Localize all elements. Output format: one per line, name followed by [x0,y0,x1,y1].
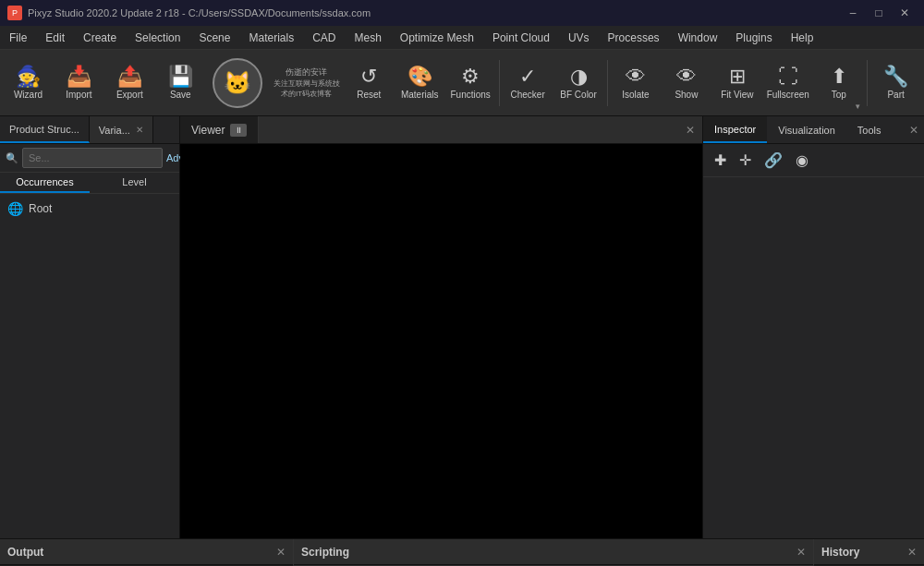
menu-point-cloud[interactable]: Point Cloud [483,26,559,49]
bf-color-label: BF Color [560,90,596,100]
checker-button[interactable]: ✓ Checker [504,54,553,113]
history-header: History ✕ [814,539,924,565]
main-area: Product Struc... Varia... ✕ 🔍 Advanced S… [0,116,924,538]
inspector-add-button[interactable]: ✚ [711,150,730,171]
toolbar-separator-2 [607,60,608,106]
save-button[interactable]: 💾 Save [156,54,205,113]
top-dropdown-arrow: ▼ [854,102,861,111]
menu-scene[interactable]: Scene [189,26,239,49]
visualization-tab-label: Visualization [778,125,835,136]
history-panel: History ✕ <empty> [813,539,924,566]
inspector-toolbar: ✚ ✛ 🔗 ◉ [703,144,924,177]
top-icon: ⬆ [831,66,847,87]
inspector-target-button[interactable]: ◉ [792,150,812,171]
top-label: Top [832,90,846,100]
tree-item-root[interactable]: 🌐 Root [4,199,176,218]
level-tab[interactable]: Level [90,173,179,193]
show-icon: 👁 [676,66,697,87]
bf-color-icon: ◑ [570,66,588,87]
viewer-tab-bar: Viewer ⏸ ✕ [180,116,702,144]
reset-label: Reset [357,90,381,100]
scripting-close-button[interactable]: ✕ [796,546,806,559]
fullscreen-button[interactable]: ⛶ Fullscreen [763,54,812,113]
titlebar-left: P Pixyz Studio 2020.2 Update 2 r18 - C:/… [7,6,371,20]
inspector-crosshair-button[interactable]: ✛ [736,150,755,171]
menu-window[interactable]: Window [669,26,727,49]
import-button[interactable]: 📥 Import [55,54,103,113]
fullscreen-icon: ⛶ [778,66,798,87]
menu-mesh[interactable]: Mesh [346,26,391,49]
materials-button[interactable]: 🎨 Materials [395,54,444,113]
viewer-tab[interactable]: Viewer ⏸ [180,116,259,143]
fit-view-icon: ⊞ [729,66,746,87]
tools-tab-label: Tools [857,125,881,136]
menu-help[interactable]: Help [782,26,823,49]
output-header: Output ✕ [0,539,293,565]
app-icon: P [7,6,22,20]
toolbar-watermark-text: 伤逝的安详 关注互联网与系统技术的IT码农博客 [270,66,342,99]
show-label: Show [675,90,698,100]
right-panel: Inspector Visualization Tools ✕ ✚ ✛ 🔗 ◉ [702,116,924,538]
part-label: Part [887,90,904,100]
scripting-header: Scripting ✕ [294,539,813,565]
functions-button[interactable]: ⚙ Functions [446,54,495,113]
minimize-button[interactable]: – [841,4,865,22]
tools-tab[interactable]: Tools [846,116,893,143]
viewer-close-button[interactable]: ✕ [686,124,695,137]
search-icon: 🔍 [6,152,18,164]
maximize-button[interactable]: □ [867,4,891,22]
menu-uvs[interactable]: UVs [559,26,599,49]
menu-processes[interactable]: Processes [599,26,669,49]
menu-optimize-mesh[interactable]: Optimize Mesh [391,26,483,49]
visualization-tab[interactable]: Visualization [767,116,846,143]
output-title: Output [7,546,276,559]
toolbar: 🧙 Wizard 📥 Import 📤 Export 💾 Save 🐱 伤逝的安… [0,50,924,116]
export-button[interactable]: 📤 Export [105,54,154,113]
menu-cad[interactable]: CAD [303,26,345,49]
toolbar-separator-1 [499,60,500,106]
save-label: Save [170,90,191,100]
reset-button[interactable]: ↺ Reset [345,54,394,113]
avatar-icon: 🐱 [224,70,251,96]
root-label: Root [29,202,52,215]
menu-selection[interactable]: Selection [126,26,189,49]
isolate-button[interactable]: 👁 Isolate [611,54,660,113]
part-icon: 🔧 [883,66,908,87]
occurrences-tab[interactable]: Occurrences [0,173,90,193]
menu-materials[interactable]: Materials [239,26,303,49]
center-panel: Viewer ⏸ ✕ [180,116,702,538]
fullscreen-label: Fullscreen [767,90,809,100]
top-button[interactable]: ⬆ Top ▼ [814,54,863,113]
search-input[interactable] [22,148,163,168]
menu-edit[interactable]: Edit [36,26,74,49]
titlebar-title: Pixyz Studio 2020.2 Update 2 r18 - C:/Us… [28,7,371,18]
menu-create[interactable]: Create [74,26,126,49]
tab-variables[interactable]: Varia... ✕ [90,116,153,143]
inspector-tab[interactable]: Inspector [703,116,767,143]
output-close-button[interactable]: ✕ [276,546,286,559]
part-button[interactable]: 🔧 Part [871,54,920,113]
menu-plugins[interactable]: Plugins [726,26,781,49]
export-label: Export [116,90,143,100]
materials-label: Materials [401,90,439,100]
viewer-canvas[interactable] [180,144,702,538]
tab-variables-close[interactable]: ✕ [136,125,143,135]
fit-view-button[interactable]: ⊞ Fit View [712,54,761,113]
fit-view-label: Fit View [721,90,753,100]
left-panel: Product Struc... Varia... ✕ 🔍 Advanced S… [0,116,180,538]
isolate-label: Isolate [622,90,649,100]
tab-product-structure[interactable]: Product Struc... [0,116,90,143]
right-panel-tabs: Inspector Visualization Tools ✕ [703,116,924,144]
menu-file[interactable]: File [0,26,36,49]
bf-color-button[interactable]: ◑ BF Color [554,54,603,113]
history-close-button[interactable]: ✕ [907,546,917,559]
reset-icon: ↺ [360,66,377,87]
show-button[interactable]: 👁 Show [662,54,711,113]
titlebar: P Pixyz Studio 2020.2 Update 2 r18 - C:/… [0,0,924,26]
right-panel-close[interactable]: ✕ [909,124,918,137]
inspector-link-button[interactable]: 🔗 [760,150,786,171]
close-button[interactable]: ✕ [893,4,917,22]
wizard-button[interactable]: 🧙 Wizard [4,54,53,113]
viewer-pause-button[interactable]: ⏸ [230,124,247,137]
output-panel: Output ✕ [2021/03/02 4:11:10] ERROR: D.S… [0,539,294,566]
